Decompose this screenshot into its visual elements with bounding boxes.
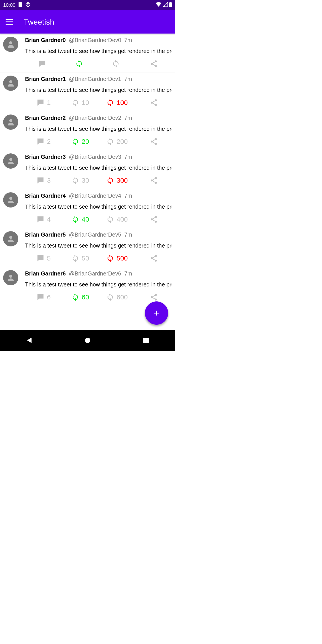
comment-action[interactable]: 5: [25, 253, 62, 264]
share-icon: [150, 176, 158, 184]
retweet-count: 20: [82, 138, 89, 145]
share-icon: [150, 254, 158, 262]
svg-point-28: [155, 255, 157, 257]
like-icon: [106, 176, 114, 184]
retweet-count: 50: [82, 254, 89, 262]
like-action[interactable]: 100: [98, 97, 136, 108]
like-icon: [106, 215, 114, 224]
retweet-action[interactable]: 20: [62, 136, 99, 147]
share-action[interactable]: [136, 292, 172, 302]
avatar[interactable]: [3, 76, 18, 91]
tweet-item[interactable]: Brian Gardner2 @BrianGardnerDev2 7m This…: [0, 111, 175, 150]
tweet-author-name: Brian Gardner6: [25, 270, 66, 277]
avatar[interactable]: [3, 154, 18, 168]
svg-rect-3: [170, 2, 171, 2]
like-action[interactable]: 500: [98, 253, 136, 264]
svg-point-8: [155, 60, 157, 62]
like-count: 500: [116, 254, 128, 262]
share-action[interactable]: [136, 58, 172, 69]
tweet-author-name: Brian Gardner5: [25, 231, 66, 238]
share-action[interactable]: [136, 175, 172, 186]
avatar[interactable]: [3, 192, 18, 208]
svg-point-27: [9, 236, 12, 239]
tweet-item[interactable]: Brian Gardner5 @BrianGardnerDev5 7m This…: [0, 228, 175, 267]
retweet-action[interactable]: 30: [62, 175, 99, 186]
nav-home-button[interactable]: [74, 337, 101, 344]
share-action[interactable]: [136, 253, 172, 264]
tweet-item[interactable]: Brian Gardner6 @BrianGardnerDev6 7m This…: [0, 267, 175, 306]
comment-action[interactable]: 6: [25, 292, 62, 302]
avatar[interactable]: [3, 231, 18, 246]
tweet-item[interactable]: Brian Gardner3 @BrianGardnerDev3 7m This…: [0, 150, 175, 189]
comment-icon: [36, 98, 45, 107]
menu-button[interactable]: [4, 16, 15, 27]
retweet-action[interactable]: 40: [62, 214, 99, 225]
comment-action[interactable]: 3: [25, 175, 62, 186]
avatar[interactable]: [3, 37, 18, 52]
tweet-time: 7m: [124, 37, 132, 44]
comment-action[interactable]: [25, 58, 62, 69]
tweet-author-handle: @BrianGardnerDev1: [69, 76, 121, 82]
nav-recent-button[interactable]: [132, 338, 160, 343]
svg-rect-2: [169, 2, 172, 7]
retweet-icon: [71, 98, 80, 107]
tweet-item[interactable]: Brian Gardner4 @BrianGardnerDev4 7m This…: [0, 189, 175, 228]
status-clock: 10:00: [3, 2, 16, 8]
comment-count: 1: [47, 99, 51, 106]
wifi-icon: [156, 2, 162, 8]
share-action[interactable]: [136, 136, 172, 147]
retweet-action[interactable]: [62, 58, 99, 69]
like-icon: [106, 98, 114, 107]
share-icon: [150, 215, 158, 224]
svg-point-22: [155, 182, 157, 184]
svg-point-24: [155, 216, 157, 218]
tweet-item[interactable]: Brian Gardner1 @BrianGardnerDev1 7m This…: [0, 72, 175, 111]
tweet-content: This is a test tweet to see how things g…: [25, 204, 172, 210]
comment-action[interactable]: 1: [25, 97, 62, 108]
tweet-author-name: Brian Gardner4: [25, 192, 66, 199]
like-count: 400: [116, 216, 128, 223]
person-icon: [6, 40, 15, 49]
like-action[interactable]: 300: [98, 175, 136, 186]
compose-fab[interactable]: +: [145, 302, 168, 325]
avatar[interactable]: [3, 270, 18, 285]
like-action[interactable]: 200: [98, 136, 136, 147]
person-icon: [6, 156, 15, 166]
tweet-content: This is a test tweet to see how things g…: [25, 48, 172, 54]
retweet-action[interactable]: 50: [62, 253, 99, 264]
retweet-action[interactable]: 60: [62, 292, 99, 302]
svg-point-18: [155, 143, 157, 145]
tweet-feed[interactable]: Brian Gardner0 @BrianGardnerDev0 7m This…: [0, 34, 175, 306]
tweet-author-handle: @BrianGardnerDev6: [69, 270, 121, 277]
like-icon: [106, 138, 114, 146]
comment-action[interactable]: 2: [25, 136, 62, 147]
comment-action[interactable]: 4: [25, 214, 62, 225]
tweet-author-name: Brian Gardner3: [25, 154, 66, 160]
tweet-item[interactable]: Brian Gardner0 @BrianGardnerDev0 7m This…: [0, 34, 175, 72]
svg-rect-5: [6, 22, 13, 22]
retweet-icon: [71, 293, 80, 301]
share-action[interactable]: [136, 214, 172, 225]
svg-point-9: [151, 63, 153, 65]
person-icon: [6, 196, 15, 204]
tweet-time: 7m: [124, 154, 132, 160]
retweet-count: 60: [82, 294, 89, 301]
avatar[interactable]: [3, 114, 18, 130]
like-count: 100: [116, 99, 128, 106]
retweet-action[interactable]: 10: [62, 97, 99, 108]
nav-back-button[interactable]: [16, 337, 43, 344]
like-action[interactable]: 600: [98, 292, 136, 302]
svg-rect-40: [143, 338, 149, 343]
svg-point-12: [155, 99, 157, 101]
comment-icon: [36, 176, 45, 184]
share-action[interactable]: [136, 97, 172, 108]
svg-point-16: [155, 138, 157, 140]
like-count: 300: [116, 177, 128, 184]
like-action[interactable]: 400: [98, 214, 136, 225]
retweet-count: 10: [82, 99, 89, 106]
like-action[interactable]: [98, 58, 136, 69]
retweet-icon: [71, 254, 80, 262]
like-count: 600: [116, 294, 128, 301]
svg-point-14: [155, 104, 157, 106]
tweet-content: This is a test tweet to see how things g…: [25, 281, 172, 288]
